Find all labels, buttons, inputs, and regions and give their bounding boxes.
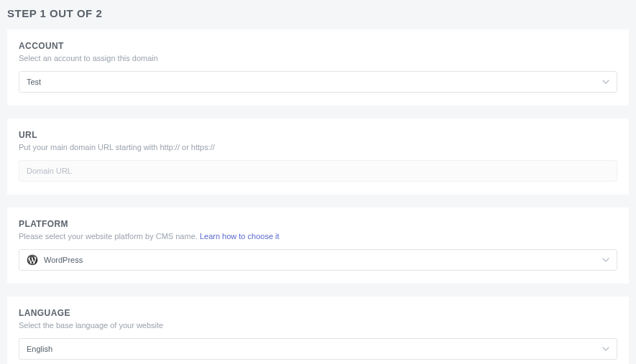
platform-learn-link[interactable]: Learn how to choose it <box>200 232 280 241</box>
account-select-value: Test <box>27 78 41 86</box>
url-section: URL Put your main domain URL starting wi… <box>7 118 629 195</box>
url-desc: Put your main domain URL starting with h… <box>19 143 617 151</box>
step-title: STEP 1 OUT OF 2 <box>7 7 629 19</box>
platform-desc-text: Please select your website platform by C… <box>19 232 200 241</box>
language-section: LANGUAGE Select the base language of you… <box>7 297 629 364</box>
platform-desc: Please select your website platform by C… <box>19 232 617 241</box>
platform-section: PLATFORM Please select your website plat… <box>7 207 629 284</box>
language-select[interactable]: English <box>19 338 617 360</box>
account-select[interactable]: Test <box>19 71 617 93</box>
account-desc: Select an account to assign this domain <box>19 54 617 62</box>
account-section: ACCOUNT Select an account to assign this… <box>7 29 629 106</box>
platform-select[interactable]: WordPress <box>19 249 617 271</box>
language-select-value: English <box>27 345 52 353</box>
platform-select-value: WordPress <box>44 256 83 264</box>
language-label: LANGUAGE <box>19 308 617 318</box>
chevron-down-icon <box>602 256 609 263</box>
chevron-down-icon <box>602 78 609 85</box>
account-label: ACCOUNT <box>19 41 617 51</box>
url-label: URL <box>19 130 617 140</box>
url-input[interactable] <box>19 160 617 182</box>
wordpress-icon <box>27 254 38 266</box>
platform-label: PLATFORM <box>19 219 617 229</box>
language-desc: Select the base language of your website <box>19 321 617 330</box>
chevron-down-icon <box>602 345 609 353</box>
